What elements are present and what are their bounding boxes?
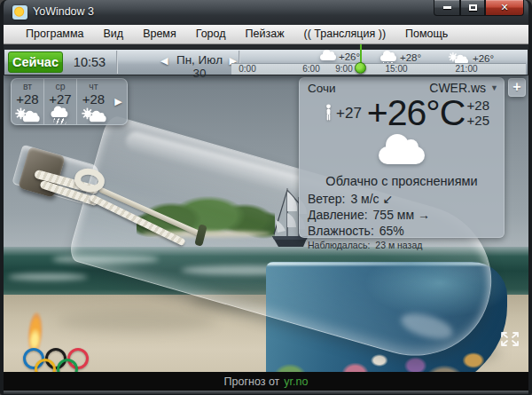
footer-bar: Прогноз от yr.no xyxy=(4,372,528,391)
time-tick: 15:00 xyxy=(385,64,407,74)
humidity-label: Влажность: xyxy=(308,224,374,238)
day-name: вт xyxy=(23,82,32,91)
sand-shadow xyxy=(57,311,216,332)
maximize-icon xyxy=(469,4,477,11)
cloud-icon xyxy=(379,146,425,164)
date-navigator: ◀ Пн, Июл 30 ▶ xyxy=(153,50,239,75)
city-name: Сочи xyxy=(308,82,336,95)
menu-help[interactable]: Помощь xyxy=(395,25,458,43)
day-name: чт xyxy=(89,82,98,91)
weather-details: Ветер:3 м/с ↙ Давление:755 мм → Влажност… xyxy=(300,188,504,239)
observed-value: 23 м назад xyxy=(375,240,422,250)
maximize-button[interactable] xyxy=(460,0,485,16)
sun-cloud-icon xyxy=(82,108,106,122)
weather-panel: Сочи CWER.ws ▼ +27 +26°C +28 +25 xyxy=(299,77,505,238)
close-button[interactable]: ✕ xyxy=(485,0,524,16)
yrno-link[interactable]: yr.no xyxy=(284,375,308,388)
date-label[interactable]: Пн, Июл 30 xyxy=(169,53,230,80)
day-forecast-tiles: вт +28 ср +27 чт +28 ▶ xyxy=(11,78,128,125)
separator xyxy=(116,51,118,74)
forecast-point: +26° xyxy=(320,51,360,62)
high-temp: +28 xyxy=(467,98,489,113)
low-temp: +25 xyxy=(467,113,489,128)
cloud-icon xyxy=(320,54,336,60)
prev-day-arrow[interactable]: ◀ xyxy=(160,55,168,67)
menu-landscape[interactable]: Пейзаж xyxy=(236,25,294,43)
time-slider-knob[interactable] xyxy=(355,62,366,74)
window-title: YoWindow 3 xyxy=(33,5,94,18)
time-tick: 6:00 xyxy=(302,64,319,74)
day-temp: +27 xyxy=(49,91,71,107)
minimize-icon xyxy=(443,6,451,9)
chevron-down-icon: ▼ xyxy=(490,83,498,92)
day-tile-thursday[interactable]: чт +28 xyxy=(77,79,110,124)
observed-row: Наблюдалась:23 м назад xyxy=(300,240,504,250)
sun-cloud-icon xyxy=(15,108,39,122)
olympic-rings xyxy=(23,348,112,372)
fullscreen-icon[interactable] xyxy=(498,329,521,349)
day-tile-tuesday[interactable]: вт +28 xyxy=(12,79,44,124)
minimize-button[interactable] xyxy=(434,0,460,16)
wind-row: Ветер:3 м/с ↙ xyxy=(308,191,504,207)
person-icon xyxy=(324,104,333,121)
menu-bar: Программа Вид Время Город Пейзаж (( Тран… xyxy=(4,25,528,44)
time-tick: 0:00 xyxy=(239,64,255,74)
menu-view[interactable]: Вид xyxy=(94,25,134,43)
day-temp: +28 xyxy=(82,91,105,107)
forecast-temp: +28° xyxy=(400,52,421,63)
sea-foam xyxy=(8,273,88,280)
day-temp: +28 xyxy=(16,91,38,107)
window-bottom-frame xyxy=(4,391,528,394)
time-slider[interactable]: +26° +28° +26° 0:00 6:00 9:00 15:00 xyxy=(231,50,526,75)
humidity-value: 65% xyxy=(379,224,404,238)
menu-program[interactable]: Программа xyxy=(16,25,94,43)
humidity-row: Влажность:65% xyxy=(308,223,504,239)
forecast-credit-text: Прогноз от xyxy=(224,375,280,388)
menu-time[interactable]: Время xyxy=(133,25,186,43)
close-icon: ✕ xyxy=(500,2,508,13)
pressure-label: Давление: xyxy=(308,208,368,222)
day-name: ср xyxy=(55,82,65,91)
pressure-value: 755 мм → xyxy=(373,208,430,222)
high-low-temps: +28 +25 xyxy=(467,98,489,128)
wind-value: 3 м/с ↙ xyxy=(350,192,393,206)
clock: 10:53 xyxy=(65,51,114,73)
forecast-point: +28° xyxy=(380,51,421,63)
toolbar-strip: Сейчас 10:53 ◀ Пн, Июл 30 ▶ +26° xyxy=(4,50,528,75)
wind-label: Ветер: xyxy=(308,192,345,206)
condition-row xyxy=(300,146,504,166)
forecast-temp: +26° xyxy=(473,53,494,64)
condition-text: Облачно с прояснениями xyxy=(300,174,504,188)
app-window: YoWindow 3 ✕ Программа Вид Время Город П… xyxy=(0,0,532,395)
sun-cloud-icon xyxy=(449,52,468,64)
observed-label: Наблюдалась: xyxy=(308,240,370,250)
client-area: Сейчас 10:53 ◀ Пн, Июл 30 ▶ +26° xyxy=(4,44,528,391)
title-bar[interactable]: YoWindow 3 ✕ xyxy=(4,0,528,25)
menu-city[interactable]: Город xyxy=(186,25,236,43)
time-tick: 21:00 xyxy=(455,64,477,74)
feels-like-temp: +27 xyxy=(336,105,362,122)
forecast-temp: +26° xyxy=(339,51,360,62)
window-controls: ✕ xyxy=(434,0,524,16)
now-button[interactable]: Сейчас xyxy=(8,51,63,73)
current-temperature: +26°C xyxy=(364,92,468,134)
more-days-button[interactable]: ▶ xyxy=(110,79,127,124)
rain-icon xyxy=(51,108,70,123)
time-tick: 9:00 xyxy=(335,64,352,74)
app-sun-icon xyxy=(12,5,27,20)
pressure-row: Давление:755 мм → xyxy=(308,207,504,223)
times-strip: 0:00 6:00 9:00 15:00 21:00 xyxy=(231,63,526,75)
add-location-button[interactable]: + xyxy=(508,78,526,97)
toolbar: Сейчас 10:53 ◀ Пн, Июл 30 ▶ +26° xyxy=(4,44,528,75)
menu-broadcast[interactable]: (( Трансляция )) xyxy=(294,25,396,43)
rain-icon xyxy=(380,51,397,63)
day-tile-wednesday[interactable]: ср +27 xyxy=(44,79,77,124)
temperature-row: +27 +26°C +28 +25 xyxy=(300,98,504,135)
